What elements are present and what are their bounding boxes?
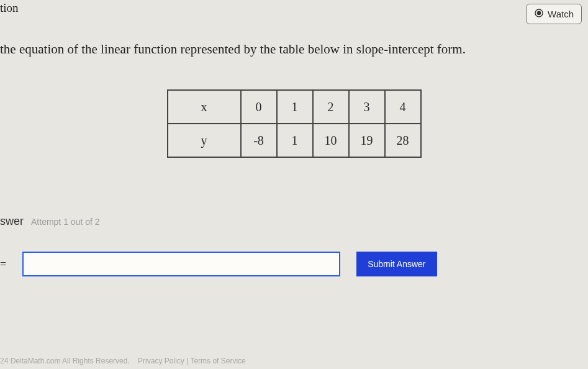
equation-prefix: = [0,258,6,271]
cell: 3 [349,90,385,124]
cell: 10 [313,124,349,157]
row-label-x: x [168,90,241,124]
question-prompt: the equation of the linear function repr… [0,24,588,57]
cell: 2 [313,90,349,124]
cell: 28 [385,124,421,157]
watch-video-button[interactable]: Watch [526,4,582,24]
submit-answer-button[interactable]: Submit Answer [356,252,436,276]
cell: 1 [277,124,313,157]
cell: -8 [241,124,277,157]
table-row: x 0 1 2 3 4 [168,90,421,124]
svg-point-1 [537,11,540,14]
cell: 0 [241,90,277,124]
footer: 24 DeltaMath.com All Rights Reserved. Pr… [0,357,246,365]
watch-label: Watch [548,9,574,19]
table-row: y -8 1 10 19 28 [168,124,421,157]
question-header-fragment: tion [0,0,19,15]
terms-of-service-link[interactable]: Terms of Service [190,357,245,365]
record-icon [534,8,544,20]
xy-table: x 0 1 2 3 4 y -8 1 10 19 28 [167,89,422,158]
attempt-counter: Attempt 1 out of 2 [31,217,100,227]
cell: 4 [385,90,421,124]
cell: 19 [349,124,385,157]
answer-input[interactable] [22,252,340,276]
answer-header-fragment: swer [0,215,24,228]
privacy-policy-link[interactable]: Privacy Policy [138,357,184,365]
copyright-text: 24 DeltaMath.com All Rights Reserved. [0,357,130,365]
cell: 1 [277,90,313,124]
row-label-y: y [168,124,241,157]
